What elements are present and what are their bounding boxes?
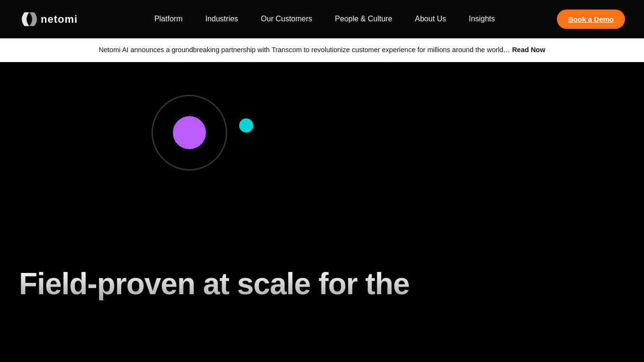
nav-people-culture[interactable]: People & Culture [323,0,403,38]
announcement-bar: Netomi AI announces a groundbreaking par… [0,38,644,62]
book-demo-button[interactable]: Book a Demo [557,9,625,29]
nav-platform[interactable]: Platform [143,0,194,38]
svg-text:netomi: netomi [41,13,78,25]
nav-our-customers[interactable]: Our Customers [250,0,323,38]
nav-insights[interactable]: Insights [457,0,506,38]
circle-ring [152,95,227,171]
announcement-text: Netomi AI announces a groundbreaking par… [99,46,510,54]
logo-link[interactable]: netomi [19,9,92,30]
navigation: netomi Platform Industries Our Customers… [0,0,644,38]
nav-about-us[interactable]: About Us [403,0,457,38]
circle-purple [173,116,206,149]
nav-industries[interactable]: Industries [194,0,249,38]
hero-bottom-fade [0,267,644,362]
nav-links: Platform Industries Our Customers People… [143,0,506,38]
hero-circles-container [152,95,294,190]
announcement-read-now-link[interactable]: Read Now [512,46,545,54]
netomi-logo: netomi [19,9,92,30]
circle-teal [239,118,253,133]
